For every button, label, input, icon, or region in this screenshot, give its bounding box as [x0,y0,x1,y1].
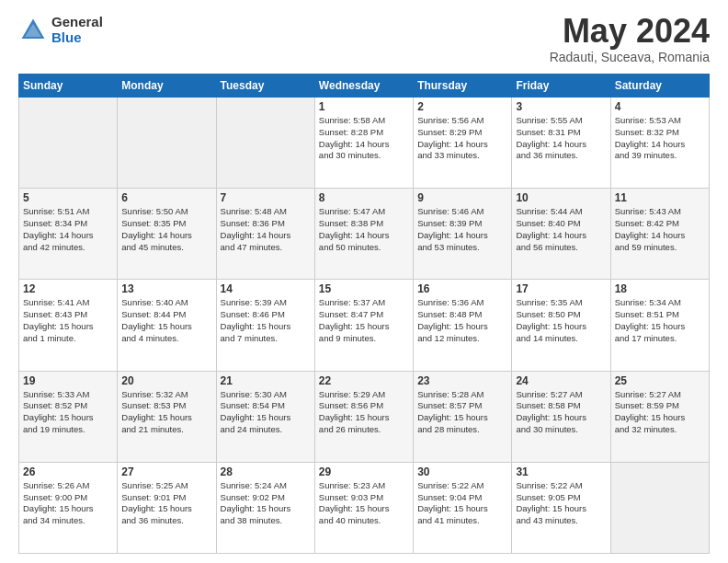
day-info: Sunrise: 5:48 AM Sunset: 8:36 PM Dayligh… [221,206,311,253]
day-number: 25 [615,374,705,387]
day-number: 14 [221,282,311,295]
title-section: May 2024 Radauti, Suceava, Romania [550,15,710,64]
calendar-cell: 12Sunrise: 5:41 AM Sunset: 8:43 PM Dayli… [19,280,118,371]
weekday-header-sunday: Sunday [19,75,118,98]
calendar-cell: 14Sunrise: 5:39 AM Sunset: 8:46 PM Dayli… [216,280,314,371]
calendar-cell [19,98,118,189]
calendar-cell: 3Sunrise: 5:55 AM Sunset: 8:31 PM Daylig… [512,98,610,189]
calendar-cell: 20Sunrise: 5:32 AM Sunset: 8:53 PM Dayli… [118,371,216,462]
day-number: 10 [516,191,606,204]
calendar-cell: 6Sunrise: 5:50 AM Sunset: 8:35 PM Daylig… [118,189,216,280]
day-number: 31 [516,465,606,478]
day-number: 18 [615,282,705,295]
day-info: Sunrise: 5:58 AM Sunset: 8:28 PM Dayligh… [319,115,409,162]
calendar-cell: 15Sunrise: 5:37 AM Sunset: 8:47 PM Dayli… [314,280,413,371]
day-info: Sunrise: 5:34 AM Sunset: 8:51 PM Dayligh… [615,297,705,344]
day-info: Sunrise: 5:40 AM Sunset: 8:44 PM Dayligh… [121,297,211,344]
day-number: 30 [417,465,507,478]
day-info: Sunrise: 5:27 AM Sunset: 8:58 PM Dayligh… [516,389,606,436]
calendar-cell: 5Sunrise: 5:51 AM Sunset: 8:34 PM Daylig… [19,189,118,280]
day-info: Sunrise: 5:22 AM Sunset: 9:05 PM Dayligh… [516,480,606,527]
page: General Blue May 2024 Radauti, Suceava, … [0,0,728,563]
day-info: Sunrise: 5:26 AM Sunset: 9:00 PM Dayligh… [23,480,113,527]
day-number: 9 [417,191,507,204]
calendar-cell: 13Sunrise: 5:40 AM Sunset: 8:44 PM Dayli… [118,280,216,371]
weekday-header-wednesday: Wednesday [314,75,413,98]
day-number: 15 [319,282,409,295]
calendar-cell: 11Sunrise: 5:43 AM Sunset: 8:42 PM Dayli… [610,189,709,280]
calendar-cell [610,462,709,553]
day-number: 13 [121,282,211,295]
day-info: Sunrise: 5:32 AM Sunset: 8:53 PM Dayligh… [121,389,211,436]
day-info: Sunrise: 5:28 AM Sunset: 8:57 PM Dayligh… [417,389,507,436]
logo-general-text: General [51,15,103,30]
calendar-week-3: 12Sunrise: 5:41 AM Sunset: 8:43 PM Dayli… [19,280,710,371]
calendar-cell [118,98,216,189]
logo-icon [18,16,48,45]
calendar-cell: 4Sunrise: 5:53 AM Sunset: 8:32 PM Daylig… [610,98,709,189]
logo: General Blue [18,15,103,45]
calendar-cell: 23Sunrise: 5:28 AM Sunset: 8:57 PM Dayli… [414,371,512,462]
calendar-week-2: 5Sunrise: 5:51 AM Sunset: 8:34 PM Daylig… [19,189,710,280]
day-info: Sunrise: 5:29 AM Sunset: 8:56 PM Dayligh… [319,389,409,436]
calendar-cell: 28Sunrise: 5:24 AM Sunset: 9:02 PM Dayli… [216,462,314,553]
day-info: Sunrise: 5:55 AM Sunset: 8:31 PM Dayligh… [516,115,606,162]
calendar-cell: 25Sunrise: 5:27 AM Sunset: 8:59 PM Dayli… [610,371,709,462]
day-number: 5 [23,191,113,204]
calendar-cell: 1Sunrise: 5:58 AM Sunset: 8:28 PM Daylig… [314,98,413,189]
calendar-cell: 19Sunrise: 5:33 AM Sunset: 8:52 PM Dayli… [19,371,118,462]
weekday-header-saturday: Saturday [610,75,709,98]
day-info: Sunrise: 5:47 AM Sunset: 8:38 PM Dayligh… [319,206,409,253]
day-info: Sunrise: 5:35 AM Sunset: 8:50 PM Dayligh… [516,297,606,344]
day-info: Sunrise: 5:37 AM Sunset: 8:47 PM Dayligh… [319,297,409,344]
day-info: Sunrise: 5:51 AM Sunset: 8:34 PM Dayligh… [23,206,113,253]
day-number: 12 [23,282,113,295]
weekday-header-thursday: Thursday [414,75,512,98]
calendar-cell: 26Sunrise: 5:26 AM Sunset: 9:00 PM Dayli… [19,462,118,553]
day-number: 17 [516,282,606,295]
calendar-cell: 29Sunrise: 5:23 AM Sunset: 9:03 PM Dayli… [314,462,413,553]
day-number: 16 [417,282,507,295]
day-number: 1 [319,100,409,113]
calendar-cell: 7Sunrise: 5:48 AM Sunset: 8:36 PM Daylig… [216,189,314,280]
day-info: Sunrise: 5:53 AM Sunset: 8:32 PM Dayligh… [615,115,705,162]
calendar-cell: 30Sunrise: 5:22 AM Sunset: 9:04 PM Dayli… [414,462,512,553]
day-number: 21 [221,374,311,387]
day-info: Sunrise: 5:44 AM Sunset: 8:40 PM Dayligh… [516,206,606,253]
day-number: 11 [615,191,705,204]
calendar-cell: 31Sunrise: 5:22 AM Sunset: 9:05 PM Dayli… [512,462,610,553]
day-number: 3 [516,100,606,113]
day-number: 24 [516,374,606,387]
day-info: Sunrise: 5:50 AM Sunset: 8:35 PM Dayligh… [121,206,211,253]
calendar-cell: 18Sunrise: 5:34 AM Sunset: 8:51 PM Dayli… [610,280,709,371]
day-info: Sunrise: 5:56 AM Sunset: 8:29 PM Dayligh… [417,115,507,162]
day-number: 27 [121,465,211,478]
calendar-cell: 22Sunrise: 5:29 AM Sunset: 8:56 PM Dayli… [314,371,413,462]
weekday-header-tuesday: Tuesday [216,75,314,98]
calendar-cell: 9Sunrise: 5:46 AM Sunset: 8:39 PM Daylig… [414,189,512,280]
weekday-header-friday: Friday [512,75,610,98]
day-number: 6 [121,191,211,204]
day-number: 29 [319,465,409,478]
weekday-header-monday: Monday [118,75,216,98]
day-info: Sunrise: 5:39 AM Sunset: 8:46 PM Dayligh… [221,297,311,344]
calendar-cell: 16Sunrise: 5:36 AM Sunset: 8:48 PM Dayli… [414,280,512,371]
calendar-week-5: 26Sunrise: 5:26 AM Sunset: 9:00 PM Dayli… [19,462,710,553]
calendar-table: SundayMondayTuesdayWednesdayThursdayFrid… [18,74,710,554]
day-info: Sunrise: 5:24 AM Sunset: 9:02 PM Dayligh… [221,480,311,527]
calendar-cell: 2Sunrise: 5:56 AM Sunset: 8:29 PM Daylig… [414,98,512,189]
month-title: May 2024 [550,15,710,48]
calendar-cell [216,98,314,189]
day-info: Sunrise: 5:36 AM Sunset: 8:48 PM Dayligh… [417,297,507,344]
calendar-week-4: 19Sunrise: 5:33 AM Sunset: 8:52 PM Dayli… [19,371,710,462]
day-number: 23 [417,374,507,387]
calendar-cell: 24Sunrise: 5:27 AM Sunset: 8:58 PM Dayli… [512,371,610,462]
calendar-cell: 8Sunrise: 5:47 AM Sunset: 8:38 PM Daylig… [314,189,413,280]
day-number: 20 [121,374,211,387]
day-number: 2 [417,100,507,113]
calendar-cell: 21Sunrise: 5:30 AM Sunset: 8:54 PM Dayli… [216,371,314,462]
day-info: Sunrise: 5:30 AM Sunset: 8:54 PM Dayligh… [221,389,311,436]
day-number: 8 [319,191,409,204]
day-number: 4 [615,100,705,113]
calendar-cell: 17Sunrise: 5:35 AM Sunset: 8:50 PM Dayli… [512,280,610,371]
